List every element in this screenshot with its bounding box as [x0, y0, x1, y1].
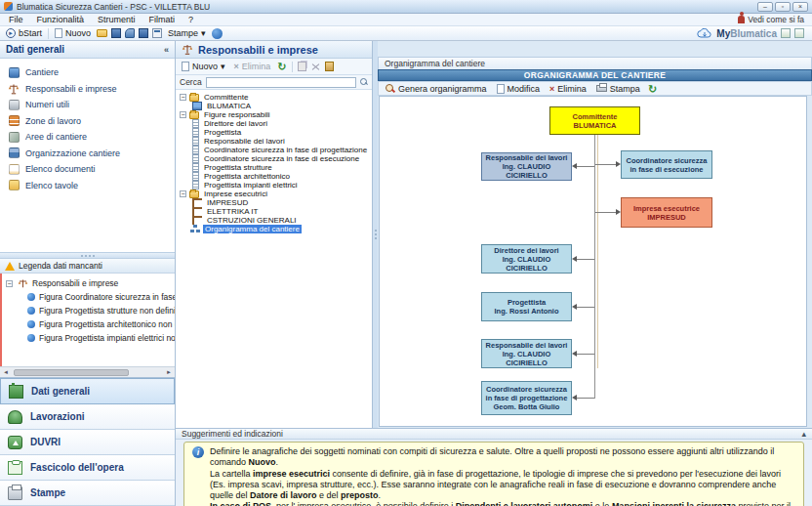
sidebar-item-elenco-documenti[interactable]: Elenco documenti [0, 161, 175, 178]
collapse-expander[interactable] [180, 94, 186, 101]
legend-horizontal-scrollbar[interactable]: ◄ ► [0, 366, 175, 377]
legend-item[interactable]: Figura Progettista impianti elettrici no… [6, 331, 175, 345]
sidebar-item-cantiere[interactable]: Cantiere [0, 64, 175, 81]
crane-icon [192, 216, 202, 225]
notes-icon[interactable] [794, 28, 804, 38]
nav-stampe[interactable]: Stampe [0, 481, 175, 506]
tree-item-direttore[interactable]: Direttore dei lavori [180, 119, 372, 128]
help-icon[interactable] [212, 28, 223, 39]
orgchart-node-responsabile-lavori-2[interactable]: Responsabile dei lavori Ing. CLAUDIO CIC… [481, 339, 572, 368]
panel-title: Responsabili e imprese [176, 41, 372, 59]
vedi-come-si-fa-link[interactable]: Vedi come si fa [738, 15, 810, 24]
modifica-button[interactable]: Modifica [495, 84, 543, 94]
orgchart-node-impresa-esecutrice[interactable]: Impresa esecutrice IMPRESUD [621, 197, 712, 228]
horizontal-splitter[interactable] [0, 252, 175, 259]
save-all-icon[interactable] [125, 28, 135, 38]
sidebar-item-elenco-tavole[interactable]: Elenco tavole [0, 178, 175, 194]
org-window-icon [9, 148, 20, 158]
legend-item[interactable]: Figura Progettista strutture non definit… [6, 304, 175, 317]
figure-doc-icon [192, 172, 199, 181]
legend-item[interactable]: Figura Coordinatore sicurezza in fase di… [6, 290, 175, 304]
bstart-button[interactable]: bStart [4, 28, 44, 38]
app-icon [4, 2, 13, 11]
orgchart-node-direttore-lavori[interactable]: Direttore dei lavori Ing. CLAUDIO CICIRI… [481, 244, 572, 274]
orgchart-node-committente[interactable]: Committente BLUMATICA [549, 106, 640, 135]
tree-item-prog-strutture[interactable]: Progettista strutture [180, 163, 372, 172]
paste-icon[interactable] [325, 62, 334, 71]
tree-item-cse[interactable]: Coordinatore sicurezza in fase di esecuz… [180, 154, 372, 163]
menu-funzionalita[interactable]: Funzionalità [30, 15, 92, 24]
printer-icon [596, 85, 607, 92]
elimina-button[interactable]: ×Elimina [548, 84, 589, 94]
organigramma-tab[interactable]: Organigramma del cantiere [378, 57, 812, 69]
nav-duvri[interactable]: DUVRI [0, 430, 175, 455]
minimize-button[interactable]: – [757, 2, 773, 12]
search-row: Cerca [176, 75, 372, 90]
stampe-button[interactable]: Stampe ▾ [166, 28, 208, 38]
tree-item-prog-impianti[interactable]: Progettista impianti elettrici [180, 181, 372, 190]
orgchart-node-responsabile-lavori-1[interactable]: Responsabile dei lavori Ing. CLAUDIO CIC… [481, 152, 572, 181]
copy-icon[interactable] [298, 62, 306, 71]
main-toolbar: bStart Nuovo Stampe ▾ MyBlumatica [0, 26, 812, 41]
documents-icon [9, 164, 20, 175]
scrollbar-thumb[interactable] [14, 369, 129, 376]
nuovo-button[interactable]: Nuovo [53, 28, 93, 38]
tree-item-organigramma[interactable]: Organigramma del cantiere [180, 225, 372, 233]
sidebar-item-zone-di-lavoro[interactable]: Zone di lavoro [0, 113, 175, 130]
collapse-sidebar-icon[interactable]: « [164, 45, 169, 55]
profile-icon[interactable] [781, 28, 791, 38]
orgchart-node-coordinatore-progettazione[interactable]: Coordinatore sicurezza in fase di proget… [481, 381, 572, 415]
orgchart-node-progettista[interactable]: Progettista Ing. Rossi Antonio [481, 292, 572, 321]
maximize-button[interactable]: ▫ [775, 2, 791, 12]
collapse-expander[interactable] [180, 190, 186, 197]
tree-item-committente[interactable]: Committente [180, 93, 372, 102]
close-button[interactable]: × [792, 2, 808, 12]
nav-dati-generali[interactable]: Dati generali [0, 378, 175, 404]
refresh-icon[interactable]: ↻ [648, 84, 657, 94]
orgchart-node-coordinatore-esecuzione[interactable]: Coordinatore sicurezza in fase di esecuz… [621, 150, 712, 179]
tree-item-imprese-esecutrici[interactable]: Imprese esecutrici [180, 190, 372, 198]
search-icon[interactable] [360, 78, 368, 86]
suggestions-panel: Suggerimenti ed indicazioni ▴ Definire l… [176, 428, 812, 506]
menu-strumenti[interactable]: Strumenti [91, 15, 142, 24]
genera-organigramma-button[interactable]: Genera organigramma [384, 84, 489, 94]
menu-file[interactable]: File [2, 15, 30, 24]
stampa-button[interactable]: Stampa [594, 84, 642, 94]
sidebar-item-aree-di-cantiere[interactable]: Aree di cantiere [0, 129, 175, 146]
nav-fascicolo[interactable]: Fascicolo dell'opera [0, 455, 175, 481]
menu-help[interactable]: ? [182, 15, 200, 24]
open-folder-icon[interactable] [97, 29, 107, 37]
bstart-icon [6, 28, 16, 38]
tree-item-costruzioni[interactable]: CSTRUZIONI GENERALI [180, 216, 372, 225]
sidebar-item-numeri-utili[interactable]: Numeri utili [0, 97, 175, 113]
save-as-icon[interactable] [139, 28, 148, 38]
search-input[interactable] [206, 77, 356, 88]
tree-item-progettista[interactable]: Progettista [180, 128, 372, 137]
tree-item-elettrika[interactable]: ELETTRIKA IT [180, 207, 372, 216]
sidebar-item-responsabili[interactable]: Responsabili e imprese [0, 81, 175, 98]
export-icon[interactable] [152, 28, 162, 38]
scale-icon [17, 277, 28, 289]
collapse-expander[interactable] [180, 111, 186, 118]
menu-filmati[interactable]: Filmati [142, 15, 183, 24]
refresh-icon[interactable]: ↻ [277, 62, 286, 71]
tree-item-csp[interactable]: Coordinatore sicurezza in fase di proget… [180, 146, 372, 154]
tree-item-impresud[interactable]: IMPRESUD [180, 198, 372, 207]
sidebar-item-organizzazione[interactable]: Organizzazione cantiere [0, 146, 175, 162]
scroll-right-icon[interactable]: ► [163, 369, 175, 375]
cut-icon[interactable] [311, 63, 320, 71]
tree-item-prog-architettonico[interactable]: Progettista architettonico [180, 172, 372, 181]
legend-root-row[interactable]: Responsabili e imprese [6, 276, 175, 290]
tree-item-blumatica[interactable]: BLUMATICA [180, 102, 372, 110]
myblumatica-logo[interactable]: MyBlumatica [697, 28, 808, 39]
nav-lavorazioni[interactable]: Lavorazioni [0, 404, 175, 430]
nuovo-tree-button[interactable]: Nuovo▾ [180, 62, 227, 71]
collapse-expander[interactable] [6, 280, 13, 287]
tree-item-responsabile-lavori[interactable]: Responsabile dei lavori [180, 137, 372, 146]
legend-item[interactable]: Figura Progettista architettonico non de… [6, 317, 175, 331]
tree-item-figure-responsabili[interactable]: Figure responsabili [180, 110, 372, 119]
elimina-tree-button[interactable]: ×Elimina [232, 62, 273, 71]
collapse-up-icon[interactable]: ▴ [801, 429, 806, 439]
save-icon[interactable] [111, 28, 121, 38]
scroll-left-icon[interactable]: ◄ [0, 369, 12, 375]
